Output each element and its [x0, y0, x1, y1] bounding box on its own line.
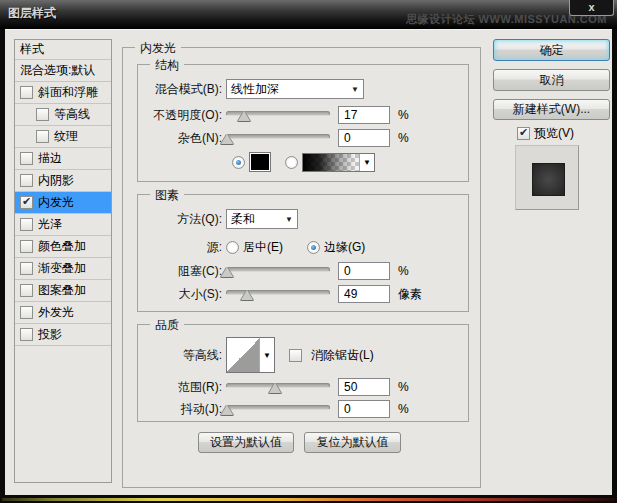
- size-input[interactable]: 49: [338, 285, 390, 303]
- choke-input[interactable]: 0: [338, 262, 390, 280]
- source-row: 源: 居中(E) 边缘(G): [138, 237, 468, 257]
- blend-mode-value: 线性加深: [231, 81, 347, 98]
- choke-unit: %: [398, 264, 409, 278]
- chevron-down-icon[interactable]: ▼: [359, 154, 374, 171]
- choke-slider[interactable]: [226, 263, 330, 279]
- opacity-input[interactable]: 17: [338, 106, 390, 124]
- noise-input[interactable]: 0: [338, 129, 390, 147]
- cancel-button[interactable]: 取消: [493, 69, 610, 91]
- reset-default-button[interactable]: 复位为默认值: [304, 432, 401, 453]
- sidebar-item-blending-options[interactable]: 混合选项:默认: [15, 60, 111, 82]
- sidebar-item-bevel-emboss[interactable]: 斜面和浮雕: [15, 82, 111, 104]
- technique-select[interactable]: 柔和 ▼: [226, 209, 298, 229]
- sidebar-label: 混合选项:默认: [20, 62, 95, 79]
- preview-checkbox[interactable]: [517, 127, 530, 140]
- sidebar-item-contour[interactable]: 等高线: [15, 104, 111, 126]
- checkbox-icon[interactable]: [36, 108, 49, 121]
- sidebar-label: 斜面和浮雕: [38, 84, 98, 101]
- noise-slider-track[interactable]: [226, 134, 330, 139]
- sidebar-label: 样式: [20, 41, 44, 58]
- noise-unit: %: [398, 131, 409, 145]
- range-label: 范围(R):: [138, 379, 226, 396]
- sidebar-item-inner-shadow[interactable]: 内阴影: [15, 170, 111, 192]
- ok-button[interactable]: 确定: [493, 39, 610, 61]
- checkbox-icon[interactable]: [20, 240, 33, 253]
- technique-value: 柔和: [231, 211, 281, 228]
- sidebar-item-gradient-overlay[interactable]: 渐变叠加: [15, 258, 111, 280]
- new-style-button[interactable]: 新建样式(W)...: [493, 99, 610, 120]
- solid-color-radio[interactable]: [232, 156, 245, 169]
- sidebar-item-texture[interactable]: 纹理: [15, 126, 111, 148]
- checkbox-icon[interactable]: [20, 86, 33, 99]
- chevron-down-icon[interactable]: ▼: [259, 338, 274, 372]
- technique-row: 方法(Q): 柔和 ▼: [138, 209, 468, 229]
- new-style-label: 新建样式(W)...: [513, 101, 590, 118]
- make-default-button[interactable]: 设置为默认值: [198, 432, 294, 453]
- sidebar-item-inner-glow[interactable]: 内发光: [15, 192, 111, 214]
- contour-picker[interactable]: ▼: [226, 337, 275, 373]
- jitter-slider[interactable]: [226, 401, 330, 417]
- choke-value: 0: [344, 264, 351, 278]
- sidebar-item-stroke[interactable]: 描边: [15, 148, 111, 170]
- sidebar-label: 光泽: [38, 216, 62, 233]
- range-input[interactable]: 50: [338, 378, 390, 396]
- size-slider[interactable]: [226, 286, 330, 302]
- close-button[interactable]: x: [569, 0, 614, 16]
- gradient-radio[interactable]: [285, 156, 298, 169]
- range-slider-thumb[interactable]: [269, 383, 281, 393]
- glow-color-swatch[interactable]: [249, 152, 271, 172]
- opacity-slider-thumb[interactable]: [238, 111, 250, 121]
- elements-legend: 图素: [150, 187, 184, 204]
- size-slider-thumb[interactable]: [241, 290, 253, 300]
- blend-mode-select[interactable]: 线性加深 ▼: [226, 79, 364, 99]
- sidebar-item-drop-shadow[interactable]: 投影: [15, 324, 111, 346]
- source-edge-radio[interactable]: [307, 241, 320, 254]
- gradient-picker[interactable]: ▼: [302, 153, 375, 172]
- checkbox-checked-icon[interactable]: [20, 196, 33, 209]
- noise-row: 杂色(N): 0 %: [138, 128, 468, 148]
- opacity-slider[interactable]: [226, 107, 330, 123]
- jitter-value: 0: [344, 402, 351, 416]
- sidebar-label: 颜色叠加: [38, 238, 86, 255]
- checkbox-icon[interactable]: [20, 262, 33, 275]
- source-edge-label: 边缘(G): [324, 239, 365, 256]
- checkbox-icon[interactable]: [36, 130, 49, 143]
- range-slider[interactable]: [226, 379, 330, 395]
- ok-label: 确定: [540, 42, 564, 59]
- opacity-unit: %: [398, 108, 409, 122]
- contour-thumbnail-icon[interactable]: [227, 338, 259, 372]
- size-value: 49: [344, 287, 357, 301]
- titlebar[interactable]: 图层样式 思缘设计论坛 WWW.MISSYUAN.COM x: [0, 0, 617, 29]
- jitter-slider-track[interactable]: [226, 405, 330, 410]
- preview-toggle: 预览(V): [517, 125, 574, 141]
- sidebar-item-pattern-overlay[interactable]: 图案叠加: [15, 280, 111, 302]
- sidebar-label: 纹理: [54, 128, 78, 145]
- size-label: 大小(S):: [138, 286, 226, 303]
- jitter-input[interactable]: 0: [338, 400, 390, 418]
- noise-slider[interactable]: [226, 130, 330, 146]
- gradient-swatch[interactable]: [303, 154, 359, 171]
- blend-mode-row: 混合模式(B): 线性加深 ▼: [138, 79, 468, 99]
- sidebar-item-color-overlay[interactable]: 颜色叠加: [15, 236, 111, 258]
- choke-slider-thumb[interactable]: [221, 267, 233, 277]
- source-center-label: 居中(E): [243, 239, 283, 256]
- sidebar-label: 等高线: [54, 106, 90, 123]
- checkbox-icon[interactable]: [20, 174, 33, 187]
- checkbox-icon[interactable]: [20, 218, 33, 231]
- source-label: 源:: [138, 239, 226, 256]
- source-center-radio[interactable]: [226, 241, 239, 254]
- checkbox-icon[interactable]: [20, 152, 33, 165]
- sidebar-item-styles[interactable]: 样式: [15, 40, 111, 60]
- jitter-slider-thumb[interactable]: [221, 405, 233, 415]
- choke-slider-track[interactable]: [226, 267, 330, 272]
- blend-mode-label: 混合模式(B):: [138, 81, 226, 98]
- noise-slider-thumb[interactable]: [221, 134, 233, 144]
- sidebar-item-satin[interactable]: 光泽: [15, 214, 111, 236]
- quality-legend: 品质: [150, 317, 184, 334]
- checkbox-icon[interactable]: [20, 306, 33, 319]
- checkbox-icon[interactable]: [20, 328, 33, 341]
- checkbox-icon[interactable]: [20, 284, 33, 297]
- contour-row: 等高线: ▼ 消除锯齿(L): [138, 337, 468, 373]
- sidebar-item-outer-glow[interactable]: 外发光: [15, 302, 111, 324]
- antialias-checkbox[interactable]: [289, 349, 302, 362]
